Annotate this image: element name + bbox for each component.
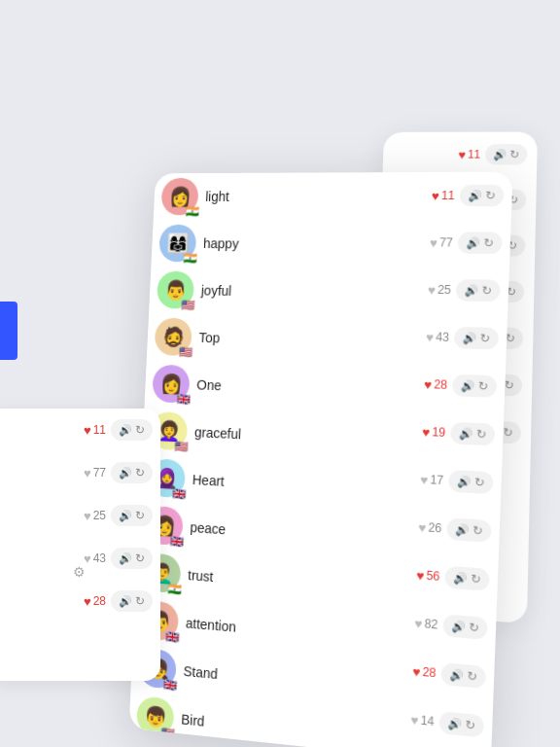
word-label: Heart [192, 472, 225, 489]
word-label: trust [188, 567, 214, 585]
word-label: Top [198, 330, 220, 345]
stat-row: ♥19🔊↻ [390, 407, 504, 459]
word-label: light [205, 189, 229, 203]
panel-main: 👩🇮🇳light👩‍👩‍👧🇮🇳happy👨🇺🇸joyful🧔🇺🇸Top👩🇬🇧On… [129, 172, 513, 747]
stat-row: ♥77🔊↻ [398, 219, 511, 267]
word-label: attention [186, 616, 237, 635]
list-item[interactable]: 👩‍👩‍👧🇮🇳happy [151, 220, 400, 269]
panel-left: ♥11🔊↻♥77🔊↻♥25🔊↻♥43🔊↻♥28🔊↻ [0, 409, 160, 681]
word-label: graceful [194, 424, 242, 442]
stat-row: ♥17🔊↻ [388, 454, 502, 508]
list-item[interactable]: 🧔🇺🇸Top [147, 313, 396, 368]
word-label: Bird [181, 711, 205, 729]
stat-row: ♥26🔊↻ [386, 501, 500, 556]
scene: ♥11🔊↻♥77🔊↻♥25🔊↻♥43🔊↻♥28🔊↻♥19🔊↻♥17🔊↻ 👩🇮🇳l… [0, 0, 560, 747]
word-label: happy [203, 235, 239, 251]
word-label: Stand [183, 663, 218, 682]
gear-icon[interactable]: ⚙ [73, 564, 86, 580]
word-label: joyful [201, 283, 232, 299]
stat-row: ♥14🔊↻ [378, 693, 493, 747]
blue-indicator [0, 302, 18, 360]
word-label: One [196, 377, 222, 394]
stat-row: ♥25🔊↻ [396, 266, 509, 315]
stat-row: ♥56🔊↻ [384, 549, 499, 605]
list-item[interactable]: 👨🇺🇸joyful [149, 267, 398, 319]
word-label: peace [190, 519, 226, 537]
stat-row: ♥43🔊↻ [394, 312, 508, 363]
list-item[interactable]: 👩🇮🇳light [154, 172, 402, 221]
stat-row: ♥28🔊↻ [392, 360, 506, 411]
stat-row: ♥11🔊↻ [400, 172, 513, 220]
